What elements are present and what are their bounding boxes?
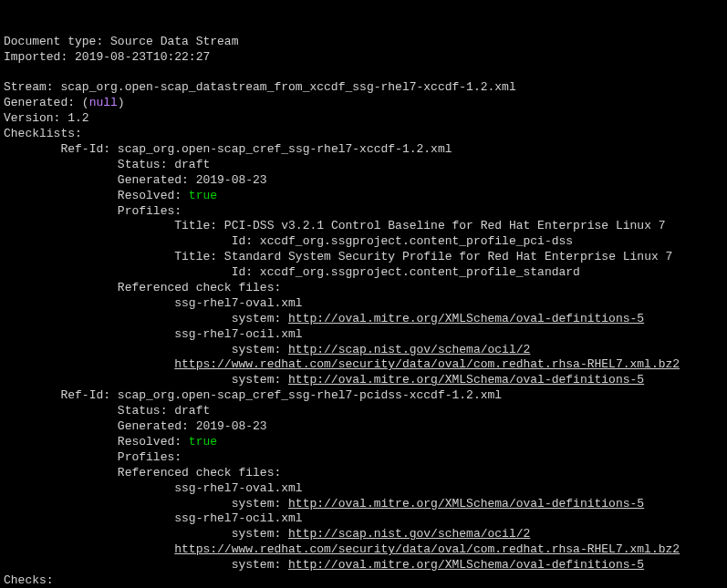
system-label: system:	[232, 373, 282, 387]
generated-label: Generated:	[118, 173, 189, 187]
imported-label: Imported:	[4, 50, 68, 64]
id-label: Id:	[232, 234, 253, 248]
profile1-title: PCI-DSS v3.2.1 Control Baseline for Red …	[224, 219, 666, 232]
title-label: Title:	[174, 219, 217, 232]
profile1-id: xccdf_org.ssgproject.content_profile_pci…	[260, 234, 573, 248]
imported-value: 2019-08-23T10:22:27	[75, 50, 210, 64]
null-value: null	[89, 96, 118, 109]
ref-check-label: Referenced check files:	[118, 281, 281, 294]
check-file-2: ssg-rhel7-ocil.xml	[174, 327, 302, 341]
system-label: system:	[232, 343, 282, 356]
check-file-3-system-link[interactable]: http://oval.mitre.org/XMLSchema/oval-def…	[288, 373, 644, 387]
refid-label: Ref-Id:	[60, 388, 110, 402]
profile2-title: Standard System Security Profile for Red…	[224, 250, 672, 263]
profile2-id: xccdf_org.ssgproject.content_profile_sta…	[260, 265, 580, 279]
terminal-output: Document type: Source Data Stream Import…	[4, 35, 727, 588]
check-file-1-system-link[interactable]: http://oval.mitre.org/XMLSchema/oval-def…	[288, 497, 644, 511]
stream-label: Stream:	[4, 80, 54, 94]
status-label: Status:	[118, 404, 168, 418]
doc-type-label: Document type:	[4, 35, 103, 48]
status-label: Status:	[118, 158, 168, 171]
system-label: system:	[232, 558, 282, 572]
profiles-label: Profiles:	[118, 204, 182, 218]
checklist2-refid: scap_org.open-scap_cref_ssg-rhel7-pcidss…	[118, 388, 502, 402]
id-label: Id:	[232, 265, 253, 279]
check-file-3-system-link[interactable]: http://oval.mitre.org/XMLSchema/oval-def…	[288, 558, 644, 572]
checklist2-generated: 2019-08-23	[196, 419, 267, 433]
check-file-1-system-link[interactable]: http://oval.mitre.org/XMLSchema/oval-def…	[288, 312, 644, 325]
resolved-label: Resolved:	[118, 435, 182, 449]
resolved-label: Resolved:	[118, 189, 182, 202]
check-file-1: ssg-rhel7-oval.xml	[174, 296, 302, 310]
checklist2-status: draft	[174, 404, 210, 418]
stream-value: scap_org.open-scap_datastream_from_xccdf…	[60, 80, 515, 94]
checklist1-generated: 2019-08-23	[196, 173, 267, 187]
check-file-1: ssg-rhel7-oval.xml	[174, 481, 302, 495]
system-label: system:	[232, 527, 282, 541]
check-file-2-system-link[interactable]: http://scap.nist.gov/schema/ocil/2	[288, 343, 530, 356]
checklists-label: Checklists:	[4, 127, 82, 140]
check-file-2: ssg-rhel7-ocil.xml	[174, 511, 302, 525]
checklist1-status: draft	[174, 158, 210, 171]
check-file-2-system-link[interactable]: http://scap.nist.gov/schema/ocil/2	[288, 527, 530, 541]
title-label: Title:	[174, 250, 217, 263]
resolved-true: true	[189, 189, 217, 202]
check-file-3-link[interactable]: https://www.redhat.com/security/data/ova…	[174, 357, 680, 371]
checklist1-refid: scap_org.open-scap_cref_ssg-rhel7-xccdf-…	[118, 142, 452, 156]
system-label: system:	[232, 497, 282, 511]
profiles-label: Profiles:	[118, 450, 182, 464]
ref-check-label: Referenced check files:	[118, 466, 281, 480]
version-label: Version:	[4, 111, 60, 125]
check-file-3-link[interactable]: https://www.redhat.com/security/data/ova…	[174, 542, 680, 556]
generated-label: Generated:	[118, 419, 189, 433]
doc-type-value: Source Data Stream	[110, 35, 238, 48]
resolved-true: true	[189, 435, 217, 449]
system-label: system:	[232, 312, 282, 325]
refid-label: Ref-Id:	[60, 142, 110, 156]
version-value: 1.2	[68, 111, 88, 125]
generated-label: Generated:	[4, 96, 75, 109]
checks-label: Checks:	[4, 573, 54, 587]
